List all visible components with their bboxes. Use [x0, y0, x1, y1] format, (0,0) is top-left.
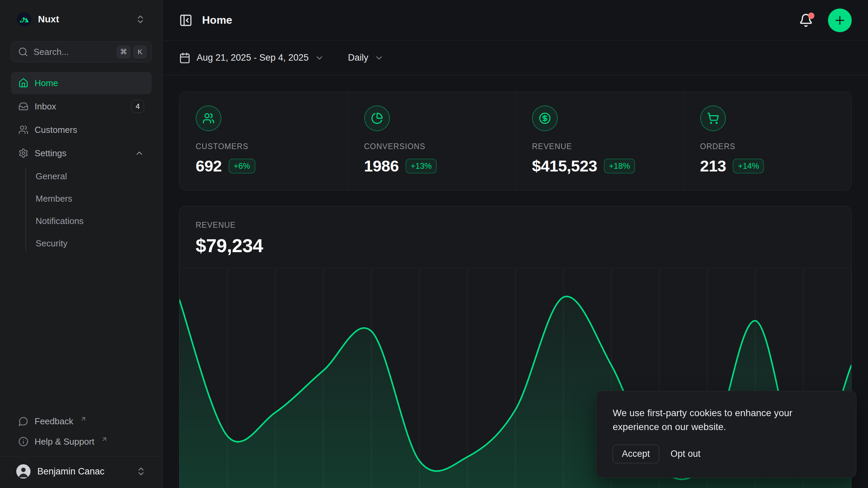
date-range-label: Aug 21, 2025 - Sep 4, 2025	[197, 53, 309, 63]
team-switcher[interactable]: Nuxt	[0, 0, 162, 26]
stat-value: 692	[196, 157, 222, 175]
pie-chart-icon	[364, 105, 390, 131]
sidebar-item-home[interactable]: Home	[11, 72, 152, 94]
search-input[interactable]	[34, 47, 112, 57]
calendar-icon	[179, 52, 191, 64]
settings-children: General Members Notifications Security	[11, 165, 152, 254]
stat-value: 1986	[364, 157, 399, 175]
sidebar: Nuxt ⌘ K Home Inb	[0, 0, 163, 488]
filter-toolbar: Aug 21, 2025 - Sep 4, 2025 Daily	[163, 41, 868, 75]
help-support-label: Help & Support	[35, 436, 94, 447]
page-title: Home	[202, 14, 232, 26]
revenue-label: REVENUE	[196, 221, 835, 230]
sidebar-collapse-button[interactable]	[179, 14, 193, 27]
user-name: Benjamin Canac	[37, 466, 104, 477]
chevron-down-icon	[315, 53, 324, 63]
home-icon	[18, 78, 28, 88]
external-link-icon	[101, 436, 108, 443]
feedback-link[interactable]: Feedback	[11, 411, 152, 431]
opt-out-button[interactable]: Opt out	[669, 445, 703, 463]
sidebar-item-settings[interactable]: Settings	[11, 142, 152, 164]
stat-label: CUSTOMERS	[196, 142, 331, 151]
message-circle-icon	[18, 416, 28, 426]
sidebar-item-label: Customers	[35, 125, 77, 135]
sidebar-item-security[interactable]: Security	[11, 232, 152, 254]
stat-delta-badge: +18%	[604, 159, 635, 174]
user-avatar	[16, 464, 31, 479]
revenue-card-header: REVENUE $79,234	[179, 206, 851, 268]
notification-dot	[808, 13, 814, 19]
stat-value: $415,523	[532, 157, 597, 175]
kbd-k: K	[134, 46, 146, 58]
revenue-value: $79,234	[196, 235, 835, 257]
chevron-up-icon	[135, 148, 144, 158]
sidebar-nav: Home Inbox 4 Customers Settings	[11, 72, 152, 254]
inbox-icon	[18, 101, 28, 111]
sidebar-footer: Feedback Help & Support	[0, 411, 162, 456]
stat-label: ORDERS	[700, 142, 835, 151]
chevron-down-icon	[374, 53, 384, 63]
sidebar-item-label: Inbox	[35, 101, 56, 112]
notifications-button[interactable]	[799, 13, 813, 27]
kbd-cmd: ⌘	[117, 46, 130, 58]
search-icon	[18, 47, 28, 57]
search-input-wrapper[interactable]: ⌘ K	[11, 41, 152, 62]
stat-label: CONVERSIONS	[364, 142, 499, 151]
panel-left-close-icon	[179, 14, 193, 27]
sidebar-item-members[interactable]: Members	[11, 188, 152, 209]
stat-customers[interactable]: CUSTOMERS 692 +6%	[179, 92, 348, 190]
nuxt-logo	[17, 12, 31, 26]
add-button[interactable]	[828, 8, 852, 32]
date-range-picker[interactable]: Aug 21, 2025 - Sep 4, 2025	[179, 52, 324, 64]
stat-orders[interactable]: ORDERS 213 +14%	[684, 92, 852, 190]
period-label: Daily	[348, 53, 368, 63]
help-support-link[interactable]: Help & Support	[11, 431, 152, 452]
info-circle-icon	[18, 436, 28, 447]
stat-value: 213	[700, 157, 726, 175]
cart-icon	[700, 105, 726, 131]
gear-icon	[18, 148, 28, 158]
sidebar-item-customers[interactable]: Customers	[11, 119, 152, 141]
users-icon	[196, 105, 221, 131]
topbar: Home	[163, 0, 868, 41]
plus-icon	[833, 14, 846, 27]
sidebar-item-inbox[interactable]: Inbox 4	[11, 95, 152, 118]
stat-delta-badge: +14%	[733, 159, 764, 174]
topbar-actions	[799, 8, 852, 32]
stat-delta-badge: +6%	[229, 159, 255, 174]
stat-delta-badge: +13%	[406, 159, 437, 174]
chevrons-up-down-icon	[136, 466, 146, 476]
sidebar-item-label: Settings	[35, 148, 66, 159]
stat-conversions[interactable]: CONVERSIONS 1986 +13%	[348, 92, 516, 190]
sidebar-item-label: Home	[35, 78, 58, 88]
users-icon	[18, 125, 28, 135]
stat-label: REVENUE	[532, 142, 667, 151]
period-select[interactable]: Daily	[348, 53, 384, 63]
stats-card: CUSTOMERS 692 +6% CONVERSIONS 1986 +13%	[179, 92, 852, 190]
stat-revenue[interactable]: REVENUE $415,523 +18%	[515, 92, 684, 190]
cookie-banner: We use first-party cookies to enhance yo…	[596, 391, 856, 478]
dollar-circle-icon	[532, 105, 558, 131]
sidebar-item-general[interactable]: General	[11, 165, 152, 187]
cookie-actions: Accept Opt out	[613, 445, 840, 463]
chevrons-up-down-icon	[135, 14, 145, 24]
inbox-count-badge: 4	[131, 100, 144, 113]
external-link-icon	[80, 415, 87, 422]
sidebar-item-notifications[interactable]: Notifications	[11, 210, 152, 232]
accept-button[interactable]: Accept	[613, 445, 659, 463]
feedback-label: Feedback	[35, 416, 73, 427]
team-name: Nuxt	[38, 14, 59, 25]
user-menu[interactable]: Benjamin Canac	[0, 456, 162, 488]
cookie-message: We use first-party cookies to enhance yo…	[613, 406, 833, 434]
